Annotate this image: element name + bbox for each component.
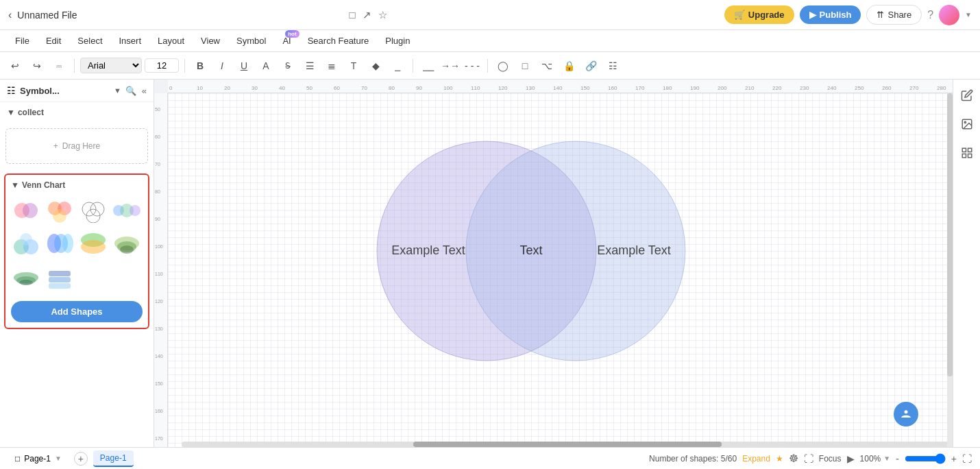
sidebar-chevron-icon[interactable]: ▼ [114,86,121,95]
search-icon[interactable]: 🔍 [125,86,136,96]
svg-rect-36 [968,154,971,158]
svg-point-30 [905,410,908,413]
layers-icon[interactable]: ☸ [789,452,798,465]
align-center-button[interactable]: ≣ [322,56,341,75]
venn-shape-9[interactable] [11,261,41,291]
font-color-button[interactable]: A [256,56,275,75]
canvas-scrollbar[interactable] [182,442,953,447]
connector-button[interactable]: ⌥ [537,56,556,75]
canvas-scrollbar-thumb[interactable] [413,442,722,447]
clone-button[interactable]: ⎓ [49,56,69,75]
fullscreen-icon[interactable]: ⛶ [962,453,972,464]
dash-button[interactable]: - - - [463,56,482,75]
right-grid-icon[interactable] [957,143,977,163]
page-tab-icon[interactable]: □ Page-1 ▼ [8,451,69,466]
menu-symbol[interactable]: Symbol [230,33,273,49]
venn-shape-1[interactable] [11,195,41,226]
toolbar-separator-1 [74,59,75,73]
venn-shape-4[interactable] [112,195,142,226]
star-icon[interactable]: ☆ [378,9,387,21]
sidebar-collect-section[interactable]: ▼ collect [0,102,154,123]
right-scrollbar[interactable] [947,93,953,447]
help-icon[interactable]: ? [927,9,933,21]
avatar[interactable] [939,5,959,25]
venn-shape-2[interactable] [45,195,75,226]
ruler-mark-170: 170 [635,85,644,91]
page-tab-page1[interactable]: Page-1 [93,450,134,467]
ruler-mark-50: 50 [306,85,313,91]
venn-left-text: Example Text [391,243,465,257]
menu-view[interactable]: View [194,33,227,49]
canvas-content[interactable]: Example Text Text Example Text [168,93,953,447]
account-chevron-icon[interactable]: ▼ [965,11,972,19]
ruler-mark-110: 110 [471,85,480,91]
zoom-chevron-icon[interactable]: ▼ [883,455,890,462]
zoom-in-button[interactable]: + [951,453,957,464]
text-style-button[interactable]: T [344,56,363,75]
expand-star-icon: ★ [776,454,783,464]
share-button[interactable]: ⇈ Share [866,5,922,25]
font-size-input[interactable] [145,58,179,73]
underline-button[interactable]: U [234,56,254,75]
venn-section-header[interactable]: ▼ Venn Chart [11,180,143,190]
line-style-button[interactable]: ⎯⎯ [419,56,438,75]
line-button[interactable]: ⎯ [388,56,407,75]
add-page-button[interactable]: + [74,452,88,466]
resize-icon[interactable]: ⛶ [804,453,813,464]
page-tab-chevron-icon[interactable]: ▼ [55,455,62,462]
upgrade-button[interactable]: 🛒 Upgrade [724,5,794,24]
font-family-select[interactable]: Arial [80,58,142,73]
ruler-mark-240: 240 [827,85,836,91]
menu-insert[interactable]: Insert [112,33,149,49]
menu-select[interactable]: Select [71,33,109,49]
redo-button[interactable]: ↪ [27,56,47,75]
ai-hot-badge: hot [285,30,299,38]
back-button[interactable]: ‹ [8,9,12,21]
arrow-button[interactable]: →→ [441,56,460,75]
undo-button[interactable]: ↩ [5,56,25,75]
menu-file[interactable]: File [8,33,36,49]
venn-shape-10[interactable] [45,261,75,291]
unlink-button[interactable]: 🔗 [581,56,600,75]
venn-shape-8[interactable] [112,228,142,258]
grid-button[interactable]: ☷ [603,56,622,75]
menu-ai[interactable]: AI hot [275,33,297,49]
group-button[interactable]: □ [515,56,535,75]
canvas-area[interactable]: 0 10 20 30 40 50 60 70 80 90 100 110 120… [154,80,953,447]
fill-button[interactable]: ◆ [366,56,385,75]
bold-button[interactable]: B [191,56,210,75]
right-edit-icon[interactable] [957,85,977,106]
focus-label[interactable]: Focus [819,454,842,464]
add-shapes-button[interactable]: Add Shapes [11,301,143,322]
title-bar: ‹ Unnamed File □ ↗ ☆ 🛒 Upgrade ▶ Publish… [0,0,980,30]
venn-shape-7[interactable] [78,228,108,258]
shape-button[interactable]: ◯ [493,56,513,75]
menu-layout[interactable]: Layout [151,33,191,49]
publish-button[interactable]: ▶ Publish [800,5,861,24]
align-left-button[interactable]: ☰ [300,56,319,75]
export-icon[interactable]: ↗ [363,9,371,21]
italic-button[interactable]: I [212,56,232,75]
zoom-slider[interactable] [905,453,946,464]
right-scrollbar-thumb[interactable] [947,93,953,376]
strikethrough-button[interactable]: S̶ [278,56,297,75]
lock-button[interactable]: 🔒 [559,56,578,75]
venn-diagram[interactable]: Example Text Text Example Text [353,134,709,370]
menu-plugin[interactable]: Plugin [378,33,417,49]
expand-link[interactable]: Expand [742,454,770,464]
play-icon[interactable]: ▶ [847,453,855,464]
venn-right-text: Example Text [597,243,671,257]
ruler-mark-190: 190 [690,85,699,91]
collapse-icon[interactable]: « [142,86,147,96]
venn-shape-5[interactable] [11,228,41,258]
venn-shape-6[interactable] [45,228,75,258]
drag-here-zone[interactable]: + Drag Here [5,128,148,164]
venn-shape-3[interactable] [78,195,108,226]
menu-search-feature[interactable]: Search Feature [301,33,376,49]
ruler-mark-120: 120 [498,85,507,91]
zoom-out-button[interactable]: - [896,453,899,464]
right-image-icon[interactable] [957,114,977,134]
menu-edit[interactable]: Edit [39,33,68,49]
chat-float-button[interactable] [894,402,918,426]
save-icon[interactable]: □ [350,9,356,21]
